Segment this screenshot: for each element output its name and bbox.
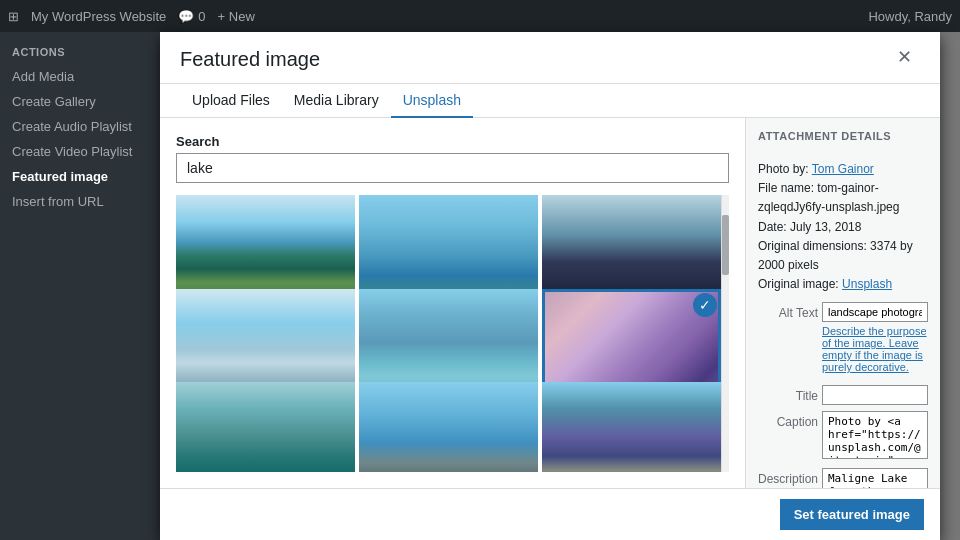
set-featured-image-button[interactable]: Set featured image <box>780 499 924 530</box>
image-grid: ✓ <box>176 195 721 472</box>
modal-header: Featured image ✕ <box>160 32 940 84</box>
title-input[interactable] <box>822 385 928 405</box>
caption-input[interactable]: Photo by <a href="https://unsplash.com/@… <box>822 411 928 459</box>
tab-unsplash[interactable]: Unsplash <box>391 84 473 118</box>
caption-label: Caption <box>758 411 818 429</box>
image-cell-8[interactable] <box>359 382 538 472</box>
image-panel: Search <box>160 118 745 488</box>
sidebar-actions-title: Actions <box>0 40 160 64</box>
file-name-label: File name: <box>758 181 817 195</box>
dimensions-label: Original dimensions: <box>758 239 870 253</box>
modal-title: Featured image <box>180 48 320 83</box>
modal-tabs: Upload Files Media Library Unsplash <box>160 84 940 118</box>
alt-text-label: Alt Text <box>758 302 818 320</box>
original-image-link[interactable]: Unsplash <box>842 277 892 291</box>
modal-overlay: Featured image ✕ Upload Files Media Libr… <box>160 32 960 540</box>
title-label: Title <box>758 385 818 403</box>
admin-bar: ⊞ My WordPress Website 💬 0 + New Howdy, … <box>0 0 960 32</box>
comments-link[interactable]: 💬 0 <box>178 9 205 24</box>
photo-by-label: Photo by: <box>758 162 812 176</box>
title-field: Title <box>758 385 928 405</box>
tab-media-library[interactable]: Media Library <box>282 84 391 118</box>
modal-footer: Set featured image <box>160 488 940 540</box>
sidebar: Actions Add Media Create Gallery Create … <box>0 32 160 540</box>
attachment-details-title: ATTACHMENT DETAILS <box>758 130 928 142</box>
description-field: Description Maligne Lake from the Spirit… <box>758 468 928 488</box>
wp-logo[interactable]: ⊞ <box>8 9 19 24</box>
search-label: Search <box>176 134 729 149</box>
selection-check: ✓ <box>693 293 717 317</box>
featured-image-modal: Featured image ✕ Upload Files Media Libr… <box>160 32 940 540</box>
description-label: Description <box>758 468 818 486</box>
attachment-details-panel: ATTACHMENT DETAILS Photo by: Tom Gainor … <box>745 118 940 488</box>
image-cell-9[interactable] <box>542 382 721 472</box>
comment-count: 0 <box>198 9 205 24</box>
search-section: Search <box>176 134 729 183</box>
scrollbar-track <box>721 195 729 472</box>
sidebar-item-featured-image[interactable]: Featured image <box>0 164 160 189</box>
sidebar-item-video-playlist[interactable]: Create Video Playlist <box>0 139 160 164</box>
caption-field: Caption Photo by <a href="https://unspla… <box>758 411 928 462</box>
original-image-label: Original image: <box>758 277 842 291</box>
date-value: July 13, 2018 <box>790 220 861 234</box>
description-input[interactable]: Maligne Lake from the Spirit Island Dock… <box>822 468 928 488</box>
alt-text-field: Alt Text Describe the purpose of the ima… <box>758 302 928 379</box>
search-input[interactable] <box>176 153 729 183</box>
sidebar-item-audio-playlist[interactable]: Create Audio Playlist <box>0 114 160 139</box>
attachment-meta: Photo by: Tom Gainor File name: tom-gain… <box>758 160 928 294</box>
image-cell-7[interactable] <box>176 382 355 472</box>
modal-body: Search <box>160 118 940 488</box>
sidebar-item-add-media[interactable]: Add Media <box>0 64 160 89</box>
site-link[interactable]: My WordPress Website <box>31 9 166 24</box>
sidebar-item-insert-url[interactable]: Insert from URL <box>0 189 160 214</box>
photo-author-link[interactable]: Tom Gainor <box>812 162 874 176</box>
date-label: Date: <box>758 220 790 234</box>
sidebar-item-create-gallery[interactable]: Create Gallery <box>0 89 160 114</box>
site-label: My WordPress Website <box>31 9 166 24</box>
modal-close-button[interactable]: ✕ <box>889 44 920 70</box>
alt-text-hint-link[interactable]: Describe the purpose of the image. Leave… <box>822 325 928 373</box>
howdy-label: Howdy, Randy <box>868 9 952 24</box>
scrollbar-thumb[interactable] <box>722 215 729 275</box>
alt-text-input[interactable] <box>822 302 928 322</box>
page-background: Featured image ✕ Upload Files Media Libr… <box>160 32 960 540</box>
new-content-link[interactable]: + New <box>218 9 255 24</box>
tab-upload-files[interactable]: Upload Files <box>180 84 282 118</box>
